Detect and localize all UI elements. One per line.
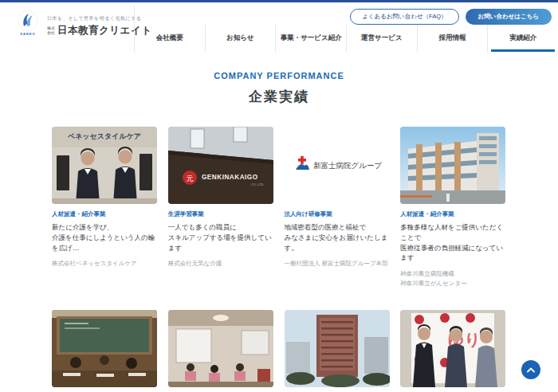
case-card-grid: ベネッセスタイルケア 人材派遣・紹介事業 新たに介護を学び、 介護を仕事にしよう… [52, 127, 506, 392]
photo-shinfuji-logo[interactable]: 新富士病院グループ [285, 127, 390, 204]
svg-text:ベネッセスタイルケア: ベネッセスタイルケア [67, 132, 141, 140]
card-title: 一人でも多くの職員に スキルアップする場を提供しています [168, 222, 274, 253]
card-company: 株式会社元気な介護 [168, 259, 274, 269]
svg-text:CO.,LTD: CO.,LTD [251, 182, 264, 186]
page-title: 企業実績 [0, 88, 558, 106]
card-title: 新たに介護を学び、 介護を仕事にしようという人の輪を広げ… [52, 222, 158, 253]
case-card-shirayuri[interactable]: ゆり 法人向け研修事業 共通の学びを得ることで、 すべての指導に共通の「根拠」を… [400, 310, 506, 392]
company-prefix: 株式 会社 [47, 26, 55, 36]
case-card-lifelong-learning[interactable]: 生涯学習事業 常に変化する社会の中で、豊かな人生 を送るため 生涯学習の場を提供… [52, 310, 158, 392]
case-card-kanagawa[interactable]: 人材派遣・紹介事業 多種多様な人材をご提供いただくことで 医療従事者の負担軽減に… [400, 127, 506, 288]
photo-shirayuri-group[interactable]: ゆり [400, 310, 505, 387]
card-title: 多種多様な人材をご提供いただくことで 医療従事者の負担軽減になっています [400, 222, 506, 263]
sanko-logo-icon: SANKO [14, 10, 41, 42]
header-right: よくあるお問い合わせ（FAQ） お問い合わせはこちら 会社概要 お知らせ 事業・… [134, 5, 558, 52]
card-company: 神奈川県立病院機構 神奈川県立がんセンター [400, 269, 506, 288]
nav-item-operated-services[interactable]: 運営サービス [346, 25, 417, 52]
photo-city-hospital-tower[interactable] [285, 310, 390, 387]
case-card-hospitality[interactable]: 人材派遣・紹介事業 一流のホスピタリティーを求めて 人材の早期安定化と接遇サービ… [285, 310, 391, 392]
nav-item-services[interactable]: 事業・サービス紹介 [275, 25, 346, 52]
card-title: 地域密着型の医療と福祉で みなさまに安心をお届けいたします。 [285, 222, 391, 253]
card-company: 一般社団法人 新富士病院グループ本部 [285, 259, 391, 269]
photo-classroom[interactable] [52, 310, 157, 387]
performance-section: COMPANY PERFORMANCE 企業実績 ベネッセスタイルケア [0, 52, 558, 392]
case-card-shinfuji[interactable]: 新富士病院グループ 法人向け研修事業 地域密着型の医療と福祉で みなさまに安心を… [285, 127, 391, 288]
photo-genkinakaigo-sign[interactable]: 元 GENKINAKAIGO CO.,LTD [168, 127, 273, 204]
photo-training-room[interactable] [168, 310, 273, 387]
faq-button[interactable]: よくあるお問い合わせ（FAQ） [350, 9, 458, 25]
nav-item-recruit[interactable]: 採用情報 [417, 25, 488, 52]
card-category: 法人向け研修事業 [285, 210, 391, 218]
main-nav: 会社概要 お知らせ 事業・サービス紹介 運営サービス 採用情報 実績紹介 [135, 25, 558, 52]
section-eyebrow: COMPANY PERFORMANCE [0, 71, 558, 80]
card-category: 人材派遣・紹介事業 [52, 210, 158, 218]
card-category: 生涯学習事業 [168, 210, 274, 218]
photo-benesse-style-care[interactable]: ベネッセスタイルケア [52, 127, 157, 204]
nav-item-performance[interactable]: 実績紹介 [487, 25, 558, 52]
case-card-genkina-kaigo[interactable]: 元 GENKINAKAIGO CO.,LTD 生涯学習事業 一人でも多くの職員に… [168, 127, 274, 288]
nav-item-company-overview[interactable]: 会社概要 [135, 25, 205, 52]
card-category: 人材派遣・紹介事業 [400, 210, 506, 218]
svg-text:GENKINAKAIGO: GENKINAKAIGO [202, 174, 258, 181]
photo-hospital-building[interactable] [400, 127, 505, 204]
site-header: SANKO 日本を、そして世界を明るく元気にする 株式 会社 日本教育クリエイト… [0, 2, 558, 52]
card-company: 株式会社ベネッセスタイルケア [52, 259, 158, 269]
case-card-training[interactable]: 法人向け研修事業 日頃の業務へ前向きに、創意工夫する 職員が増えており感謝してお… [168, 310, 274, 392]
case-card-benesse[interactable]: ベネッセスタイルケア 人材派遣・紹介事業 新たに介護を学び、 介護を仕事にしよう… [52, 127, 158, 288]
nav-item-news[interactable]: お知らせ [205, 25, 276, 52]
chevron-up-icon [527, 367, 535, 373]
back-to-top-button[interactable] [521, 360, 540, 379]
contact-button[interactable]: お問い合わせはこちら [466, 9, 552, 25]
svg-text:元: 元 [186, 174, 193, 182]
sanko-wordmark: SANKO [20, 32, 35, 36]
svg-text:新富士病院グループ: 新富士病院グループ [313, 161, 382, 170]
site-logo[interactable]: SANKO 日本を、そして世界を明るく元気にする 株式 会社 日本教育クリエイト [14, 10, 151, 42]
